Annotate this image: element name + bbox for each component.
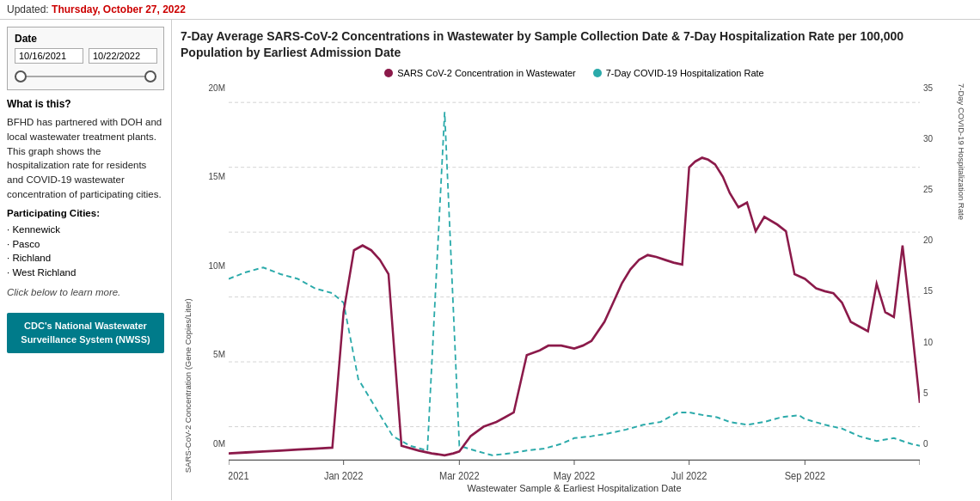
hospitalization-line (229, 112, 920, 455)
chart-svg-container: Nov 2021 Jan 2022 Mar 2022 May 2022 Jul … (229, 83, 920, 493)
updated-label: Updated: (7, 3, 49, 15)
chart-area: SARS-CoV-2 Concentration (Gene Copies/Li… (181, 83, 968, 493)
learn-more-text: Click below to learn more. (7, 285, 164, 300)
city-richland: Richland (7, 251, 164, 266)
slider-thumb-right[interactable] (144, 70, 156, 82)
legend-label-hospitalization: 7-Day COVID-19 Hospitalization Rate (606, 68, 764, 78)
right-panel: 7-Day Average SARS-CoV-2 Concentrations … (172, 20, 980, 500)
wastewater-line (229, 157, 920, 455)
y-tick-left-10m: 10M (209, 261, 225, 271)
y-tick-left-15m: 15M (209, 172, 225, 181)
y-axis-right-label: 7-Day COVID-19 Hospitalization Rate (954, 83, 968, 473)
svg-text:Mar 2022: Mar 2022 (439, 469, 480, 481)
top-bar: Updated: Thursday, October 27, 2022 (0, 0, 980, 20)
y-tick-left-5m: 5M (213, 350, 225, 359)
y-tick-right-5: 5 (923, 388, 928, 398)
cities-title: Participating Cities: (7, 206, 164, 221)
chart-legend: SARS CoV-2 Concentration in Wastewater 7… (181, 68, 968, 78)
legend-dot-hospitalization (593, 69, 602, 77)
y-tick-left-0m: 0M (213, 439, 225, 449)
x-axis-label: Wastewater Sample & Earliest Hospitaliza… (229, 483, 920, 493)
legend-label-wastewater: SARS CoV-2 Concentration in Wastewater (397, 68, 575, 78)
legend-item-hospitalization: 7-Day COVID-19 Hospitalization Rate (593, 68, 764, 78)
info-body: BFHD has partnered with DOH and local wa… (7, 115, 164, 201)
y-tick-right-25: 25 (923, 185, 933, 194)
y-tick-right-30: 30 (923, 134, 933, 144)
svg-text:Jan 2022: Jan 2022 (324, 469, 363, 481)
chart-svg: Nov 2021 Jan 2022 Mar 2022 May 2022 Jul … (229, 83, 920, 493)
chart-title: 7-Day Average SARS-CoV-2 Concentrations … (181, 28, 968, 61)
svg-text:May 2022: May 2022 (554, 469, 595, 481)
y-tick-left-20m: 20M (209, 83, 225, 93)
y-tick-right-10: 10 (923, 338, 933, 347)
svg-text:Sep 2022: Sep 2022 (785, 469, 825, 481)
updated-date: Thursday, October 27, 2022 (52, 3, 186, 15)
left-panel: Date What is this? BFHD has partnered wi… (0, 20, 172, 500)
legend-dot-wastewater (384, 69, 393, 77)
cdc-nwss-button[interactable]: CDC's National Wastewater Surveillance S… (7, 313, 164, 353)
info-title: What is this? (7, 97, 164, 112)
start-date-input[interactable] (15, 48, 83, 64)
date-label: Date (15, 33, 156, 45)
y-axis-left-label: SARS-CoV-2 Concentration (Gene Copies/Li… (181, 83, 194, 473)
y-tick-right-15: 15 (923, 286, 933, 296)
city-kennewick: Kennewick (7, 223, 164, 237)
y-axis-left-ticks: 20M 15M 10M 5M 0M (194, 83, 229, 473)
svg-text:Jul 2022: Jul 2022 (671, 469, 707, 481)
svg-text:Nov 2021: Nov 2021 (229, 469, 249, 481)
y-tick-right-0: 0 (923, 439, 928, 449)
y-tick-right-20: 20 (923, 235, 933, 245)
end-date-input[interactable] (89, 48, 157, 64)
date-section: Date (7, 27, 164, 90)
city-west-richland: West Richland (7, 266, 164, 280)
slider-track (15, 76, 156, 77)
city-list: Kennewick Pasco Richland West Richland (7, 223, 164, 280)
slider-thumb-left[interactable] (15, 70, 27, 82)
date-slider[interactable] (15, 69, 156, 84)
legend-item-wastewater: SARS CoV-2 Concentration in Wastewater (384, 68, 575, 78)
y-tick-right-35: 35 (923, 83, 933, 93)
info-section: What is this? BFHD has partnered with DO… (7, 97, 164, 306)
y-axis-right-ticks: 35 30 25 20 15 10 5 0 (920, 83, 954, 473)
city-pasco: Pasco (7, 237, 164, 252)
